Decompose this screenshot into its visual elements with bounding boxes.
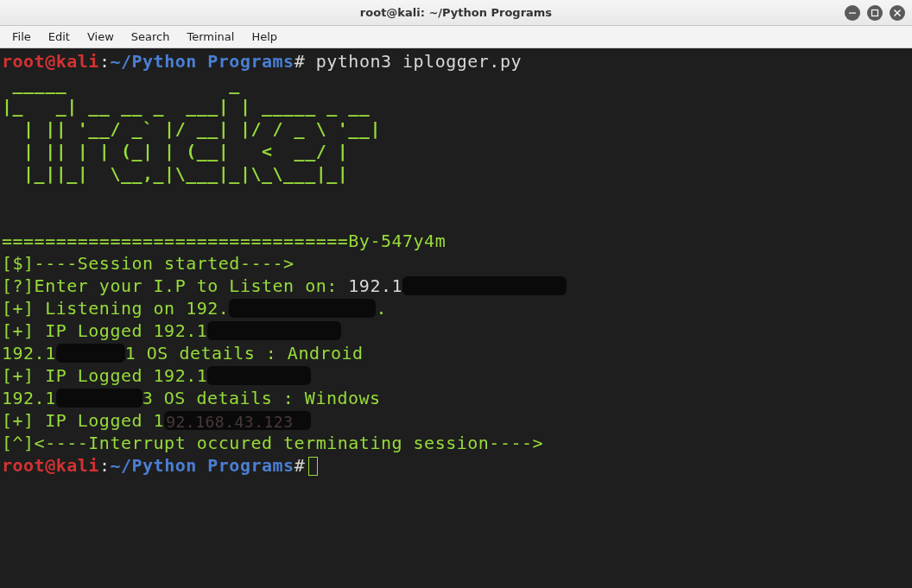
enter-ip-value: 192.1: [348, 275, 402, 296]
os-line: 3 OS details : Windows: [142, 388, 381, 408]
session-start: [$]----Session started---->: [2, 253, 294, 274]
ascii-line: _____ _: [2, 73, 381, 94]
listening-line: [+] Listening on 192.: [2, 298, 229, 319]
svg-rect-0: [849, 12, 856, 13]
redacted-ip: 92.168.43.123: [164, 411, 311, 430]
os-line: 1 OS details : Android: [125, 343, 364, 364]
maximize-button[interactable]: [867, 5, 883, 21]
prompt-sep: :: [99, 51, 111, 72]
logged-line: [+] IP Logged 1: [2, 410, 164, 431]
menu-file[interactable]: File: [3, 28, 40, 46]
svg-rect-1: [872, 9, 878, 16]
redacted-ip: [402, 276, 567, 295]
os-line-prefix: 192.1: [2, 343, 56, 364]
minimize-icon: [848, 9, 857, 17]
close-button[interactable]: [890, 5, 905, 21]
menu-edit[interactable]: Edit: [40, 28, 79, 46]
menu-help[interactable]: Help: [243, 28, 286, 46]
ascii-line: |_ _| __ __ _ ___| | _____ _ __: [2, 96, 381, 117]
logged-line: [+] IP Logged 192.1: [2, 320, 207, 341]
menu-search[interactable]: Search: [123, 28, 179, 46]
logged-line: [+] IP Logged 192.1: [2, 365, 207, 386]
ascii-line: |_||_| \__,_|\___|_|\_\___|_|: [2, 163, 381, 184]
menubar: File Edit View Search Terminal Help: [0, 26, 912, 48]
minimize-button[interactable]: [845, 5, 860, 21]
cursor: [308, 457, 318, 476]
terminal-area[interactable]: root@kali:~/Python Programs# python3 ipl…: [0, 48, 912, 588]
prompt-char: #: [294, 455, 306, 476]
prompt-path: ~/Python Programs: [110, 455, 294, 476]
close-icon: [893, 9, 902, 17]
terminal-window: root@kali: ~/Python Programs File Edit V…: [0, 0, 912, 588]
redacted-ip: [229, 299, 376, 318]
menu-view[interactable]: View: [79, 28, 123, 46]
prompt-sep: :: [99, 455, 111, 476]
prompt-user: root@kali: [2, 455, 99, 476]
interrupt-line: [^]<----Interrupt occured terminating se…: [2, 433, 543, 453]
os-line-prefix: 192.1: [2, 388, 56, 408]
enter-ip-label: [?]Enter your I.P to Listen on:: [2, 275, 348, 296]
listening-dot: .: [376, 298, 387, 319]
prompt-char: #: [294, 51, 306, 72]
prompt-user: root@kali: [2, 51, 99, 72]
ascii-line: | || | | (_| | (__| < __/ |: [2, 141, 381, 161]
prompt-path: ~/Python Programs: [110, 51, 294, 72]
redacted-ip: [56, 344, 125, 363]
ascii-line: | || '__/ _` |/ __| |/ / _ \ '__|: [2, 118, 381, 139]
banner-line: ================================By-547y4…: [2, 231, 446, 251]
menu-terminal[interactable]: Terminal: [178, 28, 243, 46]
redacted-ip: [56, 389, 142, 408]
titlebar: root@kali: ~/Python Programs: [0, 0, 912, 26]
maximize-icon: [871, 9, 879, 17]
window-controls: [845, 5, 905, 21]
command: python3 iplogger.py: [305, 51, 522, 72]
redacted-ip: [207, 321, 341, 340]
window-title: root@kali: ~/Python Programs: [5, 6, 907, 19]
redacted-ip: [207, 366, 311, 385]
